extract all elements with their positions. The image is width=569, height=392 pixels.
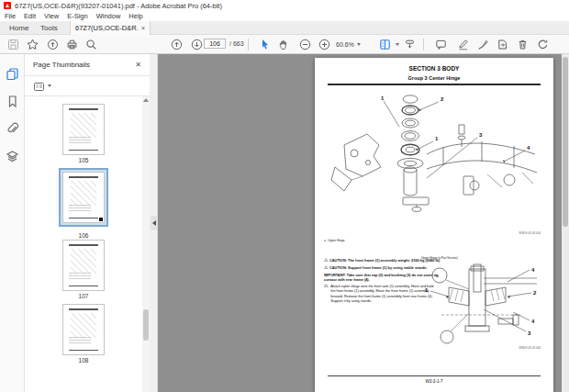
warning-triangle-icon: ⚠: [324, 258, 328, 263]
page-display-caret-icon[interactable]: [396, 43, 399, 46]
center-hinge-exploded-diagram: 1 2 1 3 4: [326, 88, 542, 228]
chevron-down-icon: [357, 43, 361, 46]
zoom-level-value: 60.6%: [336, 41, 354, 48]
chevron-left-icon: [152, 220, 156, 226]
menu-file[interactable]: File: [5, 12, 16, 20]
thumbnail-image: [62, 104, 105, 155]
upload-icon: [47, 39, 59, 50]
next-page-button[interactable]: [191, 39, 203, 50]
window-title: 67Z7(US,OCE-D&R)(93207-01041).pdf - Adob…: [15, 2, 222, 10]
menu-view[interactable]: View: [44, 12, 59, 20]
tab-document-label: 67Z7(US,OCE-D&R...: [75, 24, 139, 32]
menu-help[interactable]: Help: [128, 12, 142, 20]
tools-menu-button[interactable]: [404, 39, 416, 50]
figure1-caption: a - Upper Hinge: [324, 239, 345, 242]
delete-pages-button[interactable]: [517, 39, 529, 50]
panel-scrollbar[interactable]: [142, 96, 150, 392]
menu-esign[interactable]: E-Sign: [67, 12, 88, 20]
zoom-level-dropdown[interactable]: 60.6%: [336, 39, 373, 50]
fig1-callout-3: 3: [479, 132, 483, 138]
organize-pages-button[interactable]: [496, 39, 508, 50]
page-up-icon: [171, 39, 183, 50]
layers-tool[interactable]: [6, 150, 19, 163]
page-display-button[interactable]: [379, 39, 391, 50]
scroll-up-arrow-icon[interactable]: [143, 98, 149, 102]
fig1-callout-4: 4: [527, 145, 530, 151]
pdf-page: SECTION 3 BODY Group 3 Center Hinge: [315, 58, 553, 392]
tab-tools[interactable]: Tools: [40, 21, 58, 35]
hand-tool-button[interactable]: [278, 39, 290, 50]
fig2-callout-1: 1: [425, 287, 429, 293]
save-button[interactable]: [7, 39, 19, 50]
comment-button[interactable]: [435, 39, 447, 50]
search-button[interactable]: [85, 39, 97, 50]
previous-page-button[interactable]: [171, 39, 183, 50]
thumbnail-page-105[interactable]: 105: [25, 104, 142, 163]
thumbnail-label: 107: [25, 293, 142, 299]
page-total-label: / 663: [229, 40, 244, 47]
page-thumbnails-tool[interactable]: [6, 67, 19, 81]
tab-close-icon[interactable]: ×: [141, 25, 145, 31]
collapse-panel-button[interactable]: [151, 216, 157, 230]
thumbnail-label: 105: [25, 157, 142, 163]
pdf-page-number: W3-3-1-7: [315, 379, 553, 384]
document-scrollbar-thumb[interactable]: [563, 57, 568, 227]
zoom-in-button[interactable]: [318, 39, 330, 50]
pencil-icon: [457, 39, 469, 50]
share-button[interactable]: [47, 39, 59, 50]
plus-circle-icon: [318, 39, 330, 50]
fig2-detail-a-label: a: [436, 273, 439, 278]
menu-window[interactable]: Window: [96, 12, 121, 20]
menu-edit[interactable]: Edit: [24, 12, 36, 20]
comment-icon: [435, 39, 447, 50]
thumbnail-options-button[interactable]: [33, 80, 45, 92]
panel-options-row: [25, 76, 150, 96]
paperclip-icon: [6, 122, 19, 136]
thumbnail-page-108[interactable]: 108: [25, 304, 142, 364]
bookmarks-tool[interactable]: [6, 95, 19, 108]
thumbnail-page-106-selected[interactable]: 106: [25, 168, 142, 239]
layers-icon: [6, 150, 19, 163]
attachments-tool[interactable]: [6, 122, 19, 136]
section-title: SECTION 3 BODY: [315, 65, 553, 72]
panel-close-icon[interactable]: ✕: [135, 61, 141, 69]
tab-document[interactable]: 67Z7(US,OCE-D&R... ×: [70, 21, 151, 35]
document-scrollbar[interactable]: [562, 54, 569, 392]
fig2-callout-4: 4: [531, 267, 535, 273]
print-icon: [66, 39, 78, 50]
thumbnail-corner-mark: [99, 218, 103, 221]
pencil-button[interactable]: [457, 39, 469, 50]
fig2-callout-2: 2: [533, 290, 537, 296]
document-area[interactable]: SECTION 3 BODY Group 3 Center Hinge: [158, 54, 562, 392]
zoom-out-button[interactable]: [299, 39, 311, 50]
menu-bar: File Edit View E-Sign Window Help: [0, 11, 569, 21]
thumbnail-page-107[interactable]: 107: [25, 240, 142, 299]
select-tool-button[interactable]: [259, 39, 271, 50]
favorite-button[interactable]: [27, 39, 39, 50]
bookmark-icon: [6, 95, 19, 108]
tab-bar: Home Tools 67Z7(US,OCE-D&R... ×: [0, 21, 569, 35]
print-button[interactable]: [66, 39, 78, 50]
caution2-label: CAUTION:: [329, 265, 347, 270]
toolbar-separator: [248, 39, 249, 50]
fig2-callout-4b: 4: [531, 319, 535, 324]
options-caret-icon[interactable]: [48, 84, 51, 87]
save-icon: [7, 39, 19, 50]
caution1-label: CAUTION:: [329, 258, 347, 263]
toolbar-separator: [423, 39, 424, 50]
tab-home[interactable]: Home: [9, 21, 28, 35]
fountain-pen-icon: [477, 39, 489, 50]
hand-icon: [278, 39, 290, 50]
tools-menu-icon: [404, 39, 416, 50]
title-bar: 67Z7(US,OCE-D&R)(93207-01041).pdf - Adob…: [0, 0, 569, 11]
figure2-caption: Upper Hinge (a Part Section): [421, 256, 458, 260]
rotate-button[interactable]: [537, 39, 549, 50]
panel-scrollbar-thumb[interactable]: [143, 309, 149, 341]
fig1-callout-1b: 1: [435, 136, 439, 141]
page-number-input[interactable]: [204, 39, 226, 49]
group-title: Group 3 Center Hinge: [315, 75, 553, 81]
options-icon: [33, 81, 45, 93]
caution2-text: Support front frame (1) by using stable …: [348, 265, 427, 270]
thumbnail-list: 105 106 107: [25, 96, 142, 392]
fill-and-sign-button[interactable]: [477, 39, 489, 50]
